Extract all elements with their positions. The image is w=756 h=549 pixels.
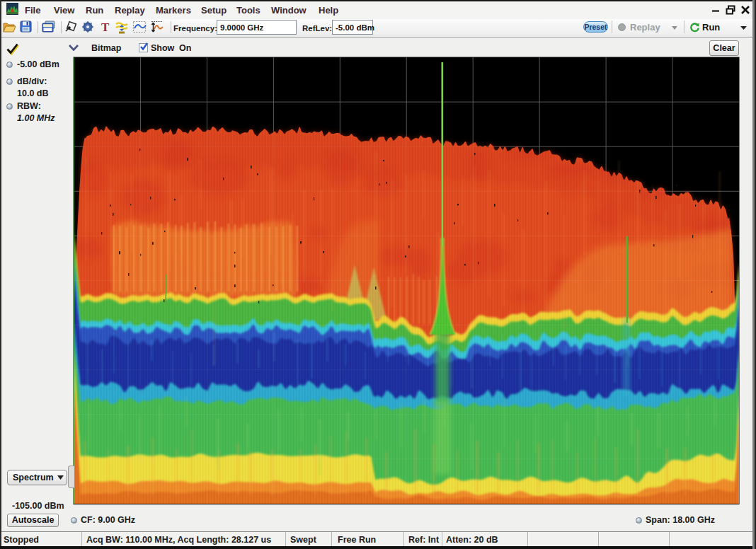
svg-text:T: T — [101, 21, 110, 34]
